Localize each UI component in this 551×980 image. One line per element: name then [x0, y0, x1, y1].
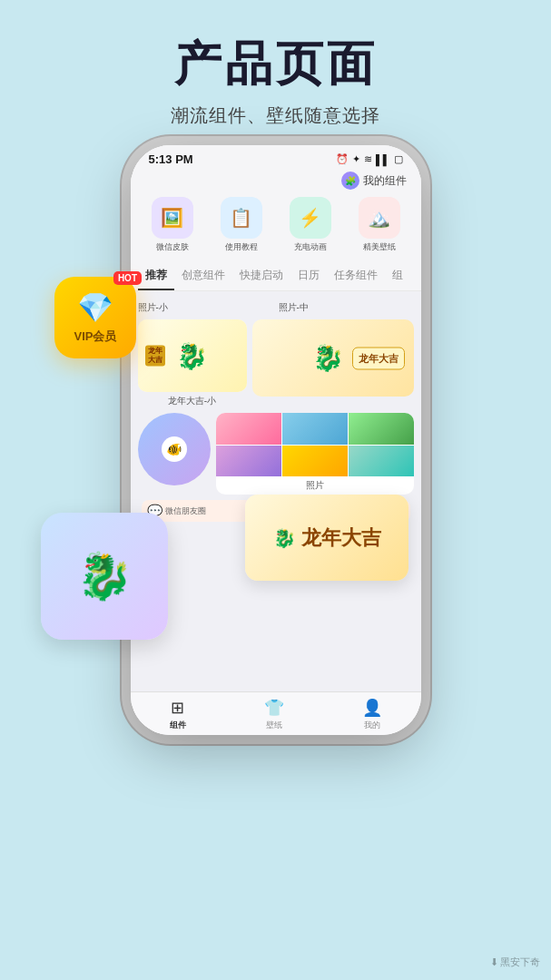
page-subtitle: 潮流组件、壁纸随意选择 — [0, 103, 551, 128]
icon-item-wechat[interactable]: 🖼️ 微信皮肤 — [142, 197, 203, 253]
widget-nav-label: 组件 — [170, 720, 186, 731]
my-widget-button[interactable]: 🧩 我的组件 — [341, 172, 407, 190]
photo-small-label: 照片-小 — [138, 301, 168, 314]
widget-nav-icon: ⊞ — [171, 698, 184, 718]
main-title: 产品页面 — [0, 33, 551, 96]
dragon-small-card[interactable]: 🐉 龙年大吉 — [138, 319, 247, 392]
grid-cell-3 — [349, 413, 414, 445]
tutorial-icon-box: 📋 — [221, 197, 262, 239]
icon-item-tutorial[interactable]: 📋 使用教程 — [211, 197, 272, 253]
dragon-small-img: 🐉 龙年大吉 — [138, 319, 247, 392]
alarm-icon: ⏰ — [336, 153, 349, 165]
dragon-row: 🐉 龙年大吉 龙年大吉-小 🐉 龙年大吉 — [138, 319, 414, 407]
watermark: ⬇ 黑安下奇 — [490, 956, 540, 969]
grid-cell-5 — [282, 446, 348, 477]
photo-grid — [216, 413, 414, 476]
bluetooth-icon: ✦ — [352, 153, 360, 165]
bottom-nav: ⊞ 组件 👕 壁纸 👤 我的 — [131, 691, 421, 735]
photo-grid-card[interactable]: 照片 — [216, 413, 414, 495]
floating-dragon-text: 龙年大吉 — [301, 524, 381, 552]
wallpaper-icon: 🏔️ — [368, 207, 390, 229]
wallpaper-icon-box: 🏔️ — [359, 197, 400, 239]
profile-nav-icon: 👤 — [362, 698, 382, 718]
charge-icon: ⚡ — [299, 207, 321, 229]
profile-nav-label: 我的 — [364, 720, 380, 731]
wallpaper-label: 精美壁纸 — [363, 241, 396, 253]
photo-medium-label: 照片-中 — [173, 301, 414, 314]
dragon-medium-card[interactable]: 🐉 龙年大吉 — [252, 319, 414, 397]
grid-cell-2 — [282, 413, 348, 445]
bottom-section: 🐠 — [138, 413, 414, 495]
music-card-container: 🐠 — [138, 413, 211, 485]
icon-item-charge[interactable]: ⚡ 充电动画 — [280, 197, 341, 253]
tabs-row: 推荐 创意组件 快捷启动 日历 任务组件 组 — [131, 260, 421, 291]
charge-label: 充电动画 — [294, 241, 327, 253]
phone-frame: 5:13 PM ⏰ ✦ ≋ ▌▌ ▢ 🧩 我的组件 — [131, 145, 421, 735]
floating-dragon-banner: 🐉 龙年大吉 — [245, 495, 408, 581]
top-icons-row: HOT 💎 VIP会员 🖼️ 微信皮肤 📋 使 — [131, 193, 421, 260]
floating-vip-hot-badge: HOT — [113, 271, 142, 285]
photo-medium-wrapper: REC HDV 0:00:01 照片-中 — [173, 299, 414, 314]
wallpaper-nav-icon: 👕 — [264, 698, 284, 718]
photo-grid-label: 照片 — [216, 476, 414, 495]
grid-cell-4 — [216, 446, 281, 477]
tab-group[interactable]: 组 — [385, 264, 410, 290]
watermark-text: 黑安下奇 — [500, 956, 540, 969]
wechat-skin-icon-box: 🖼️ — [152, 197, 193, 239]
nav-wallpaper[interactable]: 👕 壁纸 — [264, 698, 284, 731]
wechat-skin-label: 微信皮肤 — [156, 241, 189, 253]
floating-vip-card: HOT 💎 VIP会员 — [54, 277, 136, 358]
my-widget-label: 我的组件 — [363, 173, 407, 189]
phone-mockup: 5:13 PM ⏰ ✦ ≋ ▌▌ ▢ 🧩 我的组件 — [131, 145, 421, 735]
status-bar: 5:13 PM ⏰ ✦ ≋ ▌▌ ▢ — [131, 145, 421, 170]
watermark-icon: ⬇ — [490, 956, 498, 968]
my-widget-bar[interactable]: 🧩 我的组件 — [131, 170, 421, 193]
dragon-sign-small: 龙年大吉 — [145, 345, 165, 366]
grid-cell-6 — [349, 446, 414, 477]
nav-widget[interactable]: ⊞ 组件 — [170, 698, 186, 731]
status-icons: ⏰ ✦ ≋ ▌▌ ▢ — [336, 153, 403, 165]
floating-vip-label: VIP会员 — [74, 328, 117, 345]
floating-dragon-emoji: 🐉 — [76, 550, 133, 603]
signal-icon: ▌▌ — [376, 154, 390, 165]
tab-task[interactable]: 任务组件 — [327, 264, 385, 290]
floating-vip-diamond-icon: 💎 — [77, 290, 113, 325]
tab-quickstart[interactable]: 快捷启动 — [232, 264, 290, 290]
icon-item-wallpaper[interactable]: 🏔️ 精美壁纸 — [349, 197, 410, 253]
tutorial-icon: 📋 — [230, 207, 252, 229]
wechat-skin-icon: 🖼️ — [161, 207, 183, 229]
photo-small-wrapper: 照片-小 — [138, 299, 168, 314]
wallpaper-nav-label: 壁纸 — [266, 720, 282, 731]
dragon-small-label: 龙年大吉-小 — [138, 395, 247, 407]
grid-cell-1 — [216, 413, 281, 445]
my-widget-icon: 🧩 — [341, 172, 359, 190]
music-card[interactable]: 🐠 — [138, 413, 211, 485]
charge-icon-box: ⚡ — [290, 197, 331, 239]
photo-cards-row: 照片-小 REC HDV 0:00:01 — [138, 299, 414, 314]
dragon-small-wrapper: 🐉 龙年大吉 龙年大吉-小 — [138, 319, 247, 407]
content-area: 照片-小 REC HDV 0:00:01 — [131, 291, 421, 691]
music-card-wrapper: 🐠 — [138, 413, 211, 495]
floating-dragon-circle: 🐉 — [41, 513, 168, 640]
status-time: 5:13 PM — [149, 152, 193, 166]
tab-calendar[interactable]: 日历 — [290, 264, 327, 290]
tab-creative[interactable]: 创意组件 — [174, 264, 232, 290]
music-card-inner: 🐠 — [162, 436, 187, 462]
page-background: 产品页面 潮流组件、壁纸随意选择 5:13 PM ⏰ ✦ ≋ ▌▌ ▢ — [0, 0, 551, 128]
tab-recommend[interactable]: 推荐 — [138, 264, 174, 290]
dragon-text-banner: 龙年大吉 — [352, 347, 405, 369]
nav-profile[interactable]: 👤 我的 — [362, 698, 382, 731]
wifi-icon: ≋ — [364, 153, 372, 165]
phone-screen: 5:13 PM ⏰ ✦ ≋ ▌▌ ▢ 🧩 我的组件 — [131, 145, 421, 735]
page-title-section: 产品页面 潮流组件、壁纸随意选择 — [0, 0, 551, 128]
quick-wechat-label: 微信朋友圈 — [165, 505, 206, 517]
battery-icon: ▢ — [394, 153, 403, 165]
tutorial-label: 使用教程 — [225, 241, 258, 253]
